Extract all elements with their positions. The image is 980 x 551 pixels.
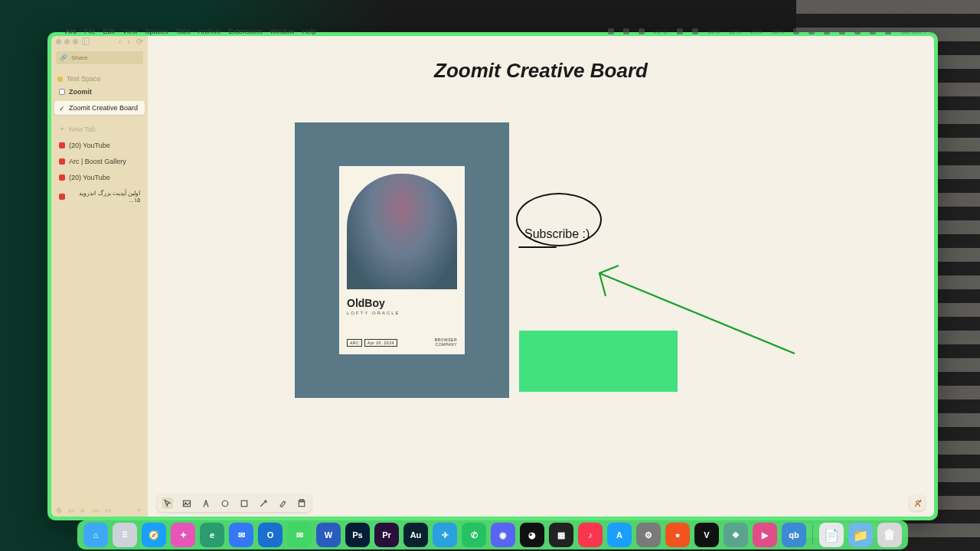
nav-back-icon[interactable]: ‹ xyxy=(119,37,122,46)
dock-app-settings[interactable]: ⚙ xyxy=(636,523,661,547)
dock-doc-icon[interactable]: 📄 xyxy=(819,523,844,547)
menu-spaces[interactable]: Spaces xyxy=(145,28,168,35)
status-icon[interactable] xyxy=(824,28,830,34)
status-pct: 29% xyxy=(750,28,763,35)
dock-app-calculator[interactable]: ▦ xyxy=(549,523,573,547)
dock-app-edge[interactable]: e xyxy=(200,523,224,547)
space-dot-icon[interactable]: ● xyxy=(80,507,87,513)
drawn-underline[interactable] xyxy=(518,246,557,248)
card-pill-date: Apr 20, 2024 xyxy=(364,339,397,347)
status-icon[interactable] xyxy=(793,28,799,34)
tool-highlight[interactable] xyxy=(276,497,288,509)
card-image xyxy=(347,174,457,289)
card-brand: BROWSER COMPANY xyxy=(435,338,457,347)
dock-app-arc[interactable]: ✦ xyxy=(171,523,195,547)
boost-icon[interactable]: ▭ xyxy=(105,507,111,513)
card-title: OldBoy xyxy=(347,297,457,309)
dock-app-discord[interactable]: ◉ xyxy=(491,523,515,547)
space-icon xyxy=(57,77,63,82)
easel-canvas[interactable]: Zoomit Creative Board OldBoy LOFTY ORACL… xyxy=(148,36,934,517)
share-url-field[interactable]: 🔗 Share xyxy=(56,51,143,64)
add-icon[interactable]: + xyxy=(137,507,143,513)
sidebar-item-boost[interactable]: Arc | Boost Gallery xyxy=(54,155,145,168)
sidebar-item-persian[interactable]: اولین آپدیت بزرگ اندروید ۱۵... xyxy=(54,187,145,207)
archive-icon[interactable]: ▭ xyxy=(68,507,74,513)
space-label[interactable]: Test Space xyxy=(57,75,142,83)
dock-app-messages[interactable]: ✉ xyxy=(287,523,312,547)
menu-arc[interactable]: Arc xyxy=(65,28,77,35)
status-icon[interactable] xyxy=(608,28,614,34)
dock-trash-icon[interactable]: 🗑 xyxy=(877,523,902,547)
menu-edit[interactable]: Edit xyxy=(103,28,116,35)
menu-archive[interactable]: Archive xyxy=(198,28,220,35)
dock-app-chatgpt[interactable]: ❖ xyxy=(724,523,748,547)
subscribe-text[interactable]: Subscribe :) xyxy=(524,227,590,241)
youtube-icon xyxy=(59,194,65,200)
dock-app-music[interactable]: ♪ xyxy=(578,523,603,547)
dock-app-vpn[interactable]: V xyxy=(694,523,719,547)
youtube-icon xyxy=(59,142,65,148)
menu-tabs[interactable]: Tabs xyxy=(175,28,190,35)
dock-app-qbit[interactable]: qb xyxy=(782,523,806,547)
image-card[interactable]: OldBoy LOFTY ORACLE ARC Apr 20, 2024 BRO… xyxy=(295,122,509,398)
status-icon[interactable] xyxy=(677,28,683,34)
arc-icon xyxy=(59,158,65,165)
svg-rect-4 xyxy=(241,500,247,507)
menu-view[interactable]: View xyxy=(122,28,137,35)
settings-icon[interactable]: ⚙ xyxy=(56,507,62,513)
dock-app-word[interactable]: W xyxy=(316,523,341,547)
menu-window[interactable]: Window xyxy=(270,28,295,35)
nav-fwd-icon[interactable]: › xyxy=(127,37,130,46)
status-icon[interactable] xyxy=(839,28,845,34)
new-tab-button[interactable]: + New Tab xyxy=(54,122,145,136)
status-icon[interactable] xyxy=(692,28,698,34)
drawn-rectangle[interactable] xyxy=(519,331,678,392)
tool-circle[interactable] xyxy=(219,497,230,509)
status-icon[interactable] xyxy=(870,28,876,34)
tool-text[interactable] xyxy=(200,497,211,509)
menu-file[interactable]: File xyxy=(84,28,96,35)
tool-capture[interactable] xyxy=(296,497,307,509)
tool-square[interactable] xyxy=(238,497,250,509)
tool-image[interactable] xyxy=(181,497,192,509)
status-icon[interactable] xyxy=(639,28,645,34)
dock-app-brave[interactable]: ● xyxy=(665,523,690,547)
dock-app-mail[interactable]: ✉ xyxy=(229,523,253,547)
board-title[interactable]: Zoomit Creative Board xyxy=(148,59,934,83)
status-icon[interactable] xyxy=(885,28,891,34)
dock-app-media[interactable]: ▶ xyxy=(753,523,777,547)
dock-folder-icon[interactable]: 📁 xyxy=(848,523,873,547)
dock-app-obsidian[interactable]: ◕ xyxy=(520,523,544,547)
menu-help[interactable]: Help xyxy=(302,28,317,35)
status-date[interactable]: Sat Dec 7 ... xyxy=(900,28,934,35)
dock-app-finder[interactable]: ⌂ xyxy=(83,523,108,547)
sidebar-toggle-icon[interactable] xyxy=(82,37,90,45)
share-easel-button[interactable] xyxy=(910,495,925,510)
traffic-lights[interactable] xyxy=(56,39,78,44)
card-inner: OldBoy LOFTY ORACLE ARC Apr 20, 2024 BRO… xyxy=(339,166,465,354)
arc-window: ‹ › ⟳ 🔗 Share Test Space Zoomit ✓ Zoomit… xyxy=(47,32,938,520)
sidebar-item-youtube[interactable]: (20) YouTube xyxy=(54,139,145,152)
status-icon[interactable] xyxy=(623,28,629,34)
status-icon[interactable] xyxy=(854,28,861,34)
status-icon[interactable] xyxy=(808,28,815,34)
tool-select[interactable] xyxy=(162,497,173,509)
link-icon: 🔗 xyxy=(60,54,67,61)
sidebar-folder-zoomit[interactable]: Zoomit xyxy=(54,85,145,99)
dock-app-telegram[interactable]: ✈ xyxy=(433,523,457,547)
svg-point-7 xyxy=(916,500,918,503)
menu-extensions[interactable]: Extensions xyxy=(228,28,262,35)
dock-app-appstore[interactable]: A xyxy=(607,523,632,547)
dock-app-outlook[interactable]: O xyxy=(258,523,283,547)
dock-app-safari[interactable]: 🧭 xyxy=(142,523,166,547)
library-icon[interactable]: ▭ xyxy=(93,507,99,513)
sidebar-item-easel[interactable]: ✓ Zoomit Creative Board xyxy=(54,101,145,115)
dock-app-audition[interactable]: Au xyxy=(403,523,428,547)
dock-app-premiere[interactable]: Pr xyxy=(374,523,399,547)
dock-app-launchpad[interactable]: ⠿ xyxy=(113,523,137,547)
dock-app-whatsapp[interactable]: ✆ xyxy=(462,523,486,547)
tool-arrow[interactable] xyxy=(257,497,269,509)
sidebar-item-youtube-2[interactable]: (20) YouTube xyxy=(54,171,145,184)
nav-reload-icon[interactable]: ⟳ xyxy=(136,37,143,46)
dock-app-photoshop[interactable]: Ps xyxy=(345,523,370,547)
